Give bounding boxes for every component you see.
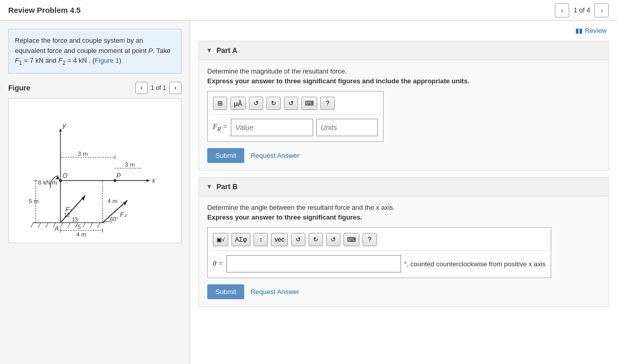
svg-text:5: 5	[78, 223, 81, 229]
part-b-theta-input[interactable]	[226, 255, 401, 272]
svg-text:3 m: 3 m	[124, 161, 134, 168]
prev-page-button[interactable]: ‹	[555, 3, 569, 17]
sigma-button[interactable]: ΑΣφ	[231, 233, 250, 246]
undo-button-b[interactable]: ↺	[291, 233, 305, 246]
part-a-value-input[interactable]	[231, 119, 313, 136]
part-b-action-row: Submit Request Answer	[207, 284, 600, 299]
part-b-description: Determine the angle between the resultan…	[207, 204, 600, 211]
part-b-answer-box: ▣√ ΑΣφ ↕ vec ↺	[207, 227, 551, 278]
figure-nav: ‹ 1 of 1 ›	[135, 82, 182, 94]
svg-text:8 kN·m: 8 kN·m	[38, 179, 57, 186]
undo-icon-b: ↺	[296, 236, 301, 243]
help-icon-a: ?	[326, 100, 330, 107]
svg-text:F₂: F₂	[120, 211, 127, 218]
svg-line-11	[60, 223, 63, 228]
undo-icon-a: ↺	[253, 100, 259, 107]
help-button-b[interactable]: ?	[362, 233, 377, 246]
matrix-button[interactable]: ▣√	[213, 233, 228, 246]
problem-text: Replace the force and couple system by a…	[8, 29, 182, 74]
grid-icon: ⊞	[217, 100, 223, 107]
review-icon: ▮▮	[575, 27, 583, 34]
refresh-icon-a: ↺	[288, 100, 294, 107]
part-a-action-row: Submit Request Answer	[207, 148, 600, 163]
part-b-title: Part B	[216, 183, 238, 191]
svg-text:y: y	[62, 122, 66, 129]
svg-text:4 m: 4 m	[107, 197, 117, 204]
part-b-request-answer-link[interactable]: Request Answer	[250, 288, 299, 296]
keyboard-button-b[interactable]: ⌨	[343, 233, 359, 246]
left-panel: Replace the force and couple system by a…	[0, 21, 190, 364]
vec-icon: vec	[275, 236, 284, 243]
figure-prev-btn[interactable]: ‹	[135, 82, 148, 94]
part-a-units-input[interactable]	[316, 119, 378, 136]
review-label: Review	[585, 27, 607, 34]
keyboard-button-a[interactable]: ⌨	[301, 97, 317, 110]
part-a-toolbar: ⊞ μÅ ↺ ↻ ↺	[213, 97, 378, 115]
part-a-header[interactable]: ▼ Part A	[199, 41, 608, 60]
help-icon-b: ?	[368, 236, 372, 243]
part-a-instruction: Express your answer to three significant…	[207, 77, 600, 85]
redo-icon-a: ↻	[271, 100, 276, 107]
figure-link[interactable]: Figure 1	[95, 57, 119, 64]
vec-button[interactable]: vec	[271, 233, 288, 246]
svg-text:A: A	[54, 225, 59, 232]
svg-text:P: P	[116, 172, 121, 179]
next-page-button[interactable]: ›	[594, 3, 609, 17]
svg-text:60°: 60°	[110, 216, 118, 222]
figure-section: Figure ‹ 1 of 1 › x y	[8, 82, 182, 243]
figure-next-btn[interactable]: ›	[169, 82, 182, 94]
part-b-theta-suffix: °, counted counterclockwise from positiv…	[404, 260, 546, 268]
part-a-arrow: ▼	[206, 47, 212, 54]
part-b-body: Determine the angle between the resultan…	[199, 196, 608, 306]
svg-marker-4	[59, 129, 62, 132]
svg-text:x: x	[151, 177, 155, 184]
svg-line-16	[97, 223, 100, 228]
svg-line-9	[45, 223, 48, 228]
svg-line-12	[68, 223, 70, 228]
mu-button[interactable]: μÅ	[230, 97, 246, 110]
svg-text:5 m: 5 m	[28, 197, 38, 204]
part-a-request-answer-link[interactable]: Request Answer	[250, 152, 299, 159]
svg-line-15	[90, 223, 93, 228]
arrow-updown-button[interactable]: ↕	[253, 233, 268, 246]
arrow-updown-icon: ↕	[259, 236, 262, 243]
redo-icon-b: ↻	[313, 236, 318, 243]
matrix-icon: ▣√	[216, 236, 225, 243]
part-a-answer-box: ⊞ μÅ ↺ ↻ ↺	[207, 91, 384, 142]
part-b-header[interactable]: ▼ Part B	[199, 177, 608, 196]
part-a-description: Determine the magnitude of the resultant…	[207, 67, 600, 75]
part-b-instruction: Express your answer to three significant…	[207, 213, 600, 221]
svg-text:3 m: 3 m	[78, 151, 87, 157]
svg-line-7	[30, 223, 33, 228]
grid-toggle-button[interactable]: ⊞	[213, 97, 227, 110]
svg-text:4 m: 4 m	[76, 231, 86, 238]
part-b-submit-button[interactable]: Submit	[207, 284, 244, 299]
redo-button-a[interactable]: ↻	[266, 97, 281, 110]
refresh-button-a[interactable]: ↺	[284, 97, 298, 110]
keyboard-icon-a: ⌨	[305, 100, 314, 107]
part-b-toolbar: ▣√ ΑΣφ ↕ vec ↺	[213, 233, 546, 251]
part-a-input-label: FR =	[213, 123, 228, 133]
svg-line-14	[82, 223, 85, 228]
refresh-button-b[interactable]: ↺	[326, 233, 340, 246]
undo-button-a[interactable]: ↺	[249, 97, 263, 110]
review-link[interactable]: ▮▮ Review	[575, 27, 607, 34]
part-b-input-label: θ =	[213, 260, 223, 268]
mu-icon: μÅ	[234, 100, 242, 107]
part-b-section: ▼ Part B Determine the angle between the…	[198, 177, 609, 307]
keyboard-icon-b: ⌨	[347, 236, 356, 243]
svg-text:13: 13	[71, 216, 78, 223]
help-button-a[interactable]: ?	[320, 97, 335, 110]
page-indicator: 1 of 4	[573, 6, 590, 14]
right-panel: ▮▮ Review ▼ Part A Determine the magnitu…	[190, 21, 617, 364]
figure-page-indicator: 1 of 1	[151, 84, 166, 92]
part-a-section: ▼ Part A Determine the magnitude of the …	[198, 41, 609, 171]
part-a-title: Part A	[216, 46, 238, 54]
svg-text:O: O	[62, 172, 67, 179]
redo-button-b[interactable]: ↻	[308, 233, 323, 246]
part-a-submit-button[interactable]: Submit	[207, 148, 244, 163]
part-a-body: Determine the magnitude of the resultant…	[199, 60, 608, 170]
svg-marker-43	[123, 201, 127, 206]
part-a-input-row: FR =	[213, 119, 378, 136]
refresh-icon-b: ↺	[331, 236, 336, 243]
